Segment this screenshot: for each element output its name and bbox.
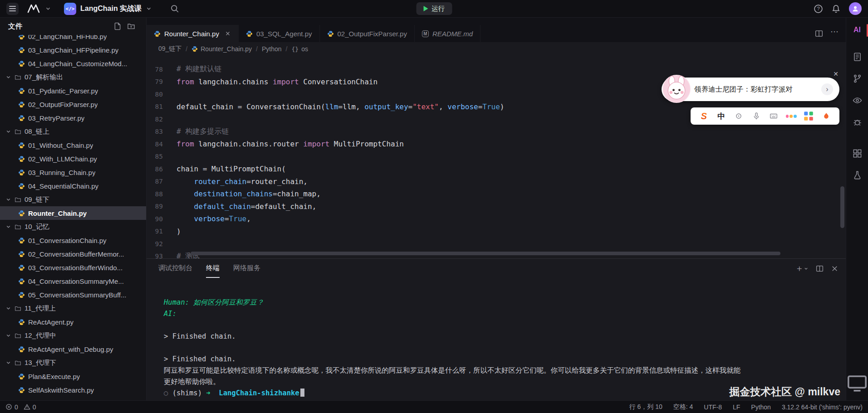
apps-icon[interactable] — [803, 110, 814, 122]
tree-folder[interactable]: 13_代理下 — [0, 356, 146, 369]
preview-icon[interactable] — [853, 96, 862, 105]
status-item[interactable]: UTF-8 — [704, 403, 722, 411]
app-menu-icon[interactable] — [6, 3, 19, 15]
tree-folder[interactable]: 11_代理上 — [0, 301, 146, 315]
panel-tab[interactable]: 网络服务 — [233, 259, 260, 278]
flame-icon[interactable] — [820, 110, 832, 122]
panel-tab[interactable]: 调试控制台 — [158, 259, 192, 278]
tab-close-icon[interactable] — [225, 30, 231, 37]
code-line[interactable]: 90 verbose=True, — [147, 213, 846, 225]
workspace-logo-icon[interactable] — [27, 3, 40, 14]
extensions-icon[interactable] — [853, 149, 862, 158]
editor-tab[interactable]: MREADME.md — [415, 25, 481, 42]
breadcrumb-item[interactable]: Rounter_Chain.py — [191, 45, 252, 53]
tree-item[interactable]: ReActAgent_with_Debug.py — [0, 342, 146, 356]
sogou-logo[interactable]: S — [698, 110, 710, 122]
tree-item[interactable]: ReActAgent.py — [0, 315, 146, 329]
new-folder-icon[interactable] — [127, 22, 135, 30]
code-line[interactable]: 86chain = MultiPromptChain( — [147, 163, 846, 175]
tree-item[interactable]: 02_With_LLMChain.py — [0, 152, 146, 165]
new-file-icon[interactable] — [113, 22, 122, 30]
tree-item[interactable]: 04_SequentialChain.py — [0, 179, 146, 193]
ime-close-icon[interactable]: ✕ — [833, 70, 839, 78]
notifications-bell-icon[interactable] — [831, 4, 841, 14]
code-line[interactable]: 91) — [147, 225, 846, 238]
editor-tab[interactable]: Rounter_Chain.py — [147, 25, 239, 42]
run-button[interactable]: 运行 — [416, 2, 452, 15]
warnings-status[interactable]: 0 — [24, 403, 36, 411]
code-line[interactable]: 83# 构建多提示链 — [147, 126, 846, 138]
tree-item[interactable]: 04_ConversationSummaryMe... — [0, 274, 146, 288]
split-editor-icon[interactable] — [815, 29, 823, 38]
search-icon[interactable] — [170, 4, 179, 13]
tree-item[interactable]: 03_Running_Chain.py — [0, 165, 146, 179]
mode-chinese[interactable]: 中 — [716, 110, 727, 122]
tree-folder[interactable]: 08_链上 — [0, 125, 146, 138]
tree-item[interactable]: 01_Without_Chain.py — [0, 138, 146, 152]
tree-item[interactable]: Plan&Execute.py — [0, 369, 146, 383]
source-control-icon[interactable] — [853, 74, 862, 83]
code-line[interactable]: 84from langchain.chains.router import Mu… — [147, 138, 846, 151]
code-line[interactable]: 88 destination_chains=chain_map, — [147, 188, 846, 200]
tree-item[interactable]: SelfAskwithSearch.py — [0, 383, 146, 397]
breadcrumb-item[interactable]: Python — [262, 45, 282, 53]
code-line[interactable]: 89 default_chain=default_chain, — [147, 200, 846, 213]
tree-item[interactable]: 02_ConversationBufferMemor... — [0, 247, 146, 261]
ai-assistant-icon[interactable]: AI — [853, 23, 861, 37]
workspace-chevron-icon[interactable] — [45, 5, 51, 12]
ime-promo-banner[interactable]: 领养迪士尼团子：彩虹打字派对 › — [662, 78, 839, 101]
status-item[interactable]: 3.12.2 64-bit ('shims': pyenv) — [782, 403, 863, 411]
code-line[interactable]: 87 router_chain=router_chain, — [147, 175, 846, 188]
tree-item[interactable]: 03_ConversationBufferWindo... — [0, 261, 146, 274]
code-line[interactable]: 92 — [147, 238, 846, 250]
tree-folder[interactable]: 09_链下 — [0, 193, 146, 206]
tree-folder[interactable]: 12_代理中 — [0, 329, 146, 342]
more-actions-icon[interactable]: ⋯ — [830, 29, 839, 38]
user-avatar[interactable] — [849, 2, 862, 15]
errors-status[interactable]: 0 — [5, 403, 18, 411]
tree-item[interactable]: 05_ConversationSummaryBuff... — [0, 288, 146, 301]
keyboard-icon[interactable] — [768, 110, 780, 122]
terminal-output[interactable]: Human: 如何区分阿豆和罗豆？AI: > Finished chain. >… — [147, 278, 846, 400]
code-editor[interactable]: 78# 构建默认链79from langchain.chains import … — [147, 56, 846, 258]
tree-item[interactable]: 03_LangChain_HFPipeline.py — [0, 43, 146, 57]
tree-item[interactable]: 02_OutputFixParser.py — [0, 97, 146, 111]
status-item[interactable]: Python — [751, 403, 771, 411]
testing-icon[interactable] — [853, 170, 862, 180]
help-icon[interactable]: ? — [814, 4, 823, 14]
tree-item-label: 02_With_LLMChain.py — [28, 155, 97, 163]
tree-item[interactable]: 02_LangChain_HFHub.py — [0, 35, 146, 43]
breadcrumb-item[interactable]: 09_链下 — [158, 45, 181, 53]
panel-tab[interactable]: 终端 — [206, 259, 220, 278]
remote-monitor-icon[interactable] — [846, 372, 868, 394]
vertical-scrollbar[interactable] — [840, 186, 844, 228]
editor-tab[interactable]: 02_OutputFixParser.py — [320, 25, 415, 42]
new-terminal-button[interactable]: ＋ — [795, 262, 809, 274]
tree-item[interactable]: 03_RetryParser.py — [0, 111, 146, 125]
code-line[interactable]: 85 — [147, 151, 846, 163]
close-panel-icon[interactable] — [831, 265, 839, 272]
tree-item[interactable]: 01_ConversationChain.py — [0, 233, 146, 247]
status-item[interactable]: 行 6，列 10 — [629, 403, 662, 411]
project-selector[interactable]: </> LangChain 实战课 — [64, 3, 152, 15]
editor-tab[interactable]: 03_SQL_Agent.py — [239, 25, 320, 42]
file-tree-scroll[interactable]: 02_LangChain_HFHub.py03_LangChain_HFPipe… — [0, 35, 146, 400]
tree-item[interactable]: 01_Pydantic_Parser.py — [0, 84, 146, 97]
skin-icon[interactable] — [733, 110, 745, 122]
tree-item[interactable]: 04_LangChain_CustomizeMod... — [0, 57, 146, 70]
status-item[interactable]: 空格: 4 — [673, 403, 693, 411]
tree-folder[interactable]: 07_解析输出 — [0, 70, 146, 84]
tree-folder[interactable]: 10_记忆 — [0, 220, 146, 233]
split-panel-icon[interactable] — [816, 265, 824, 272]
mic-icon[interactable] — [750, 110, 762, 122]
breadcrumb-item[interactable]: {}os — [291, 45, 308, 53]
code-line[interactable]: 78# 构建默认链 — [147, 63, 846, 76]
tree-item[interactable]: Rounter_Chain.py — [0, 206, 146, 220]
document-panel-icon[interactable] — [853, 52, 862, 62]
debug-icon[interactable] — [853, 117, 862, 127]
status-problems[interactable]: 0 0 — [5, 403, 36, 411]
candy-icon[interactable] — [785, 110, 797, 122]
horizontal-scrollbar[interactable] — [191, 252, 780, 255]
status-item[interactable]: LF — [733, 403, 740, 411]
panel-tabs: 调试控制台终端网络服务 — [158, 259, 260, 278]
